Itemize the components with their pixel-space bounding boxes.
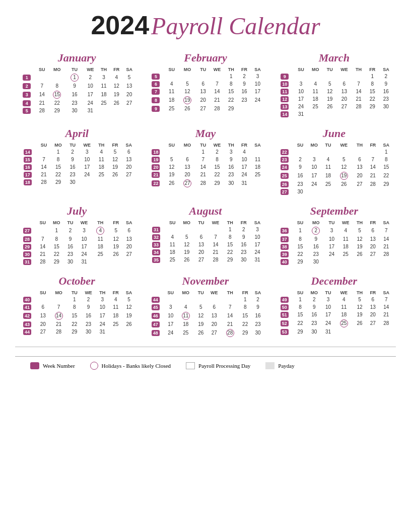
week-row: 5123 (147, 73, 264, 80)
day-cell: 18 (91, 243, 109, 250)
month-name: March (276, 51, 393, 64)
day-cell: 28 (221, 328, 239, 338)
week-row: 4320212223242526 (18, 320, 135, 328)
day-cell: 6 (122, 226, 135, 235)
day-cell (366, 328, 379, 336)
day-cell: 23 (66, 171, 80, 178)
day-cell (251, 148, 264, 156)
holiday-day: 25 (340, 319, 348, 327)
day-cell: 17 (83, 90, 97, 99)
day-cell: 9 (225, 156, 238, 163)
day-cell: 13 (366, 303, 379, 311)
month-name: June (276, 127, 393, 140)
week-number-cell: 52 (281, 320, 289, 326)
month-block-october: OctoberSUMOTUWETHFRSA4012345416789101112… (15, 273, 139, 340)
day-cell: 1 (366, 73, 379, 80)
day-cell (352, 110, 365, 118)
day-cell: 2 (237, 226, 250, 233)
day-cell (379, 110, 393, 118)
day-header: WE (77, 220, 92, 226)
day-cell: 4 (177, 303, 194, 311)
week-number-cell: 45 (152, 304, 160, 310)
week-row: 402930 (276, 258, 393, 265)
calendar-table: SUMOTUWETHFRSA51236456789107111213141516… (147, 66, 264, 112)
day-header: SU (164, 290, 177, 296)
day-cell: 14 (36, 90, 48, 99)
day-cell: 10 (325, 235, 338, 243)
day-cell: 18 (321, 171, 334, 180)
day-cell: 24 (325, 250, 338, 258)
day-header: WE (83, 66, 97, 73)
month-block-january: JanuarySUMOTUWETHFRSA1123452789101112133… (15, 49, 139, 120)
day-cell: 16 (307, 243, 325, 250)
week-number-cell: 31 (23, 259, 31, 265)
day-cell (353, 328, 366, 336)
day-cell: 3 (250, 226, 264, 233)
month-block-february: FebruarySUMOTUWETHFRSA512364567891071112… (144, 49, 267, 120)
day-cell: 29 (380, 180, 393, 188)
day-cell: 12 (194, 311, 207, 320)
month-name: July (18, 205, 135, 218)
week-row: 2623242526272829 (276, 180, 393, 188)
day-cell: 5 (165, 156, 178, 163)
day-header: FR (109, 290, 122, 296)
day-cell (50, 296, 68, 303)
week-number-cell: 40 (281, 259, 289, 265)
day-cell: 25 (109, 320, 122, 328)
week-number-cell: 27 (23, 228, 31, 234)
week-row: 2878910111213 (18, 235, 135, 243)
day-cell: 12 (179, 241, 194, 248)
day-cell: 5 (353, 226, 366, 235)
week-number-cell: 8 (152, 97, 160, 103)
day-cell: 2 (238, 73, 251, 80)
day-cell: 23 (237, 248, 250, 256)
week-row: 5222232425262728 (276, 318, 393, 328)
day-header: SU (294, 142, 307, 148)
day-cell: 23 (81, 320, 96, 328)
day-cell (251, 178, 264, 188)
week-number-cell: 12 (281, 96, 289, 102)
legend: Week Number Holidays - Banks likely Clos… (15, 356, 396, 370)
day-cell: 7 (36, 82, 48, 90)
day-cell (321, 188, 334, 195)
day-header: SA (122, 142, 135, 148)
day-cell: 3 (225, 148, 238, 156)
day-header: FR (239, 290, 251, 296)
day-cell: 23 (251, 320, 264, 328)
day-cell (207, 296, 221, 303)
day-cell (366, 258, 379, 265)
day-header: WE (338, 220, 353, 226)
day-cell (308, 110, 323, 118)
day-cell: 30 (66, 107, 84, 114)
day-cell (165, 73, 178, 80)
day-cell: 14 (50, 311, 68, 320)
week-number-cell: 49 (281, 297, 289, 303)
day-cell: 27 (178, 178, 196, 188)
day-cell: 25 (91, 250, 109, 258)
week-row: 3815161718192021 (276, 243, 393, 250)
week-number-cell: 9 (152, 106, 160, 112)
day-cell: 24 (164, 328, 177, 338)
day-cell: 28 (208, 256, 223, 263)
day-header: SA (380, 220, 393, 226)
day-cell: 16 (81, 311, 96, 320)
day-cell (325, 258, 338, 265)
day-cell: 8 (224, 80, 237, 88)
week-row: 1431 (276, 110, 393, 118)
day-cell: 13 (207, 311, 221, 320)
day-cell: 4 (95, 148, 108, 156)
payroll-processing-icon (186, 362, 195, 369)
week-row: 18282930 (18, 178, 135, 186)
week-row: 2119202122232425 (147, 171, 264, 178)
week-number-cell: 53 (281, 329, 289, 335)
week-row: 528293031 (18, 107, 135, 114)
day-cell: 26 (108, 171, 122, 178)
calendar-table: SUMOTUWETHFRSA27123456287891011121329141… (18, 220, 135, 265)
day-cell: 19 (110, 90, 123, 99)
week-row: 421222324252627 (18, 99, 135, 107)
payroll-processing-label: Payroll Processing Day (198, 363, 250, 369)
week-number-cell: 19 (152, 157, 160, 163)
day-cell: 27 (194, 256, 208, 263)
month-name: November (147, 275, 264, 288)
day-cell: 10 (77, 235, 92, 243)
